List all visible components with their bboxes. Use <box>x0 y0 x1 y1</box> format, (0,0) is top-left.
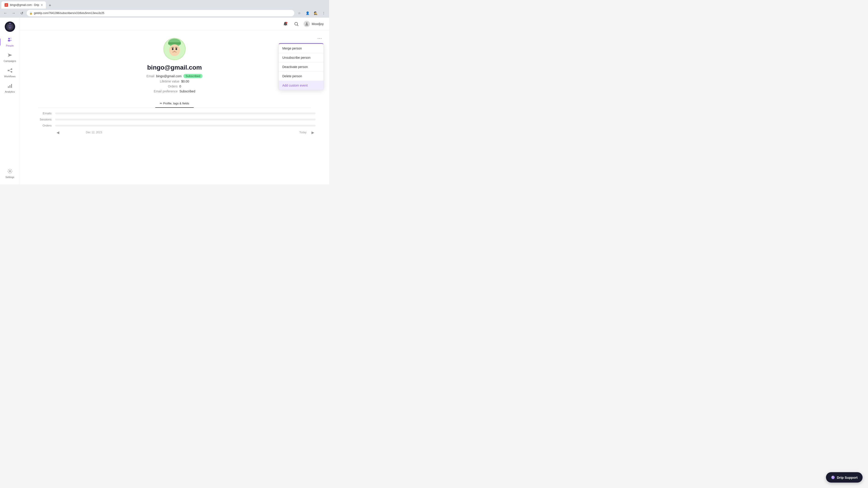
orders-label: Orders <box>33 124 52 127</box>
delete-person-item[interactable]: Delete person <box>279 72 323 80</box>
browser-chrome: d bingo@gmail.com - Drip × + ← → ↺ 🔒 get… <box>0 0 329 18</box>
orders-row: Orders 0 <box>168 85 181 88</box>
sidebar-item-settings[interactable]: Settings <box>1 166 19 181</box>
orders-bar-track <box>55 125 315 127</box>
campaigns-icon <box>7 53 13 59</box>
deactivate-person-item[interactable]: Deactivate person <box>279 62 323 71</box>
add-custom-event-item[interactable]: Add custom event <box>279 81 323 90</box>
preference-row: Email preference Subscribed <box>154 90 195 93</box>
notification-button[interactable] <box>282 20 289 28</box>
sidebar-workflows-label: Workflows <box>4 75 16 78</box>
app-container: People Campaigns Workflow <box>0 18 329 184</box>
orders-label: Orders <box>168 85 178 88</box>
header-bar: Moodjoy <box>20 18 329 31</box>
svg-rect-12 <box>11 71 12 72</box>
emails-bar-track <box>55 112 315 114</box>
username-label: Moodjoy <box>312 22 324 26</box>
emails-label: Emails <box>33 111 52 115</box>
preference-label: Email preference <box>154 90 178 93</box>
email-label: Email <box>147 74 154 78</box>
svg-point-26 <box>169 44 180 56</box>
status-badge: Subscribed <box>183 74 203 78</box>
back-button[interactable]: ← <box>2 10 8 16</box>
lifetime-value: $0.00 <box>181 79 189 83</box>
svg-rect-16 <box>9 85 10 88</box>
people-icon <box>7 37 13 43</box>
activity-labels: Emails Sessions Orders <box>33 111 315 127</box>
lifetime-value-row: Lifetime value $0.00 <box>160 79 189 83</box>
email-detail-row: Email bingo@gmail.com Subscribed <box>147 74 203 78</box>
forward-button[interactable]: → <box>10 10 17 16</box>
scroll-right-button[interactable]: ▶ <box>310 130 315 135</box>
tab-profile[interactable]: ✏ Profile, tags & fields <box>155 99 194 108</box>
drip-logo-svg <box>6 23 14 31</box>
profile-area: ⋯ Merge person Unsubscribe person Deacti… <box>20 31 329 98</box>
unsubscribe-person-item[interactable]: Unsubscribe person <box>279 53 323 62</box>
svg-point-18 <box>9 170 11 172</box>
svg-point-22 <box>306 22 308 24</box>
sidebar-settings-label: Settings <box>5 176 14 178</box>
header-actions: Moodjoy <box>282 20 324 28</box>
profile-tabs: ✏ Profile, tags & fields <box>38 99 311 108</box>
svg-point-29 <box>174 51 175 52</box>
logo-icon <box>5 22 15 32</box>
sidebar-logo <box>4 21 16 32</box>
address-bar[interactable]: 🔒 getdrip.com/7641396/subscribers/x31t6x… <box>27 10 294 16</box>
email-value: bingo@gmail.com <box>156 74 182 78</box>
orders-value: 0 <box>179 85 181 88</box>
activity-section: Emails Sessions Orders <box>20 108 329 184</box>
chart-dates: Dec 12, 2023 Today <box>82 129 310 136</box>
tab-close-button[interactable]: × <box>41 3 43 7</box>
refresh-button[interactable]: ↺ <box>19 10 25 16</box>
analytics-icon <box>7 83 13 90</box>
more-menu-button[interactable]: ⋯ <box>315 34 324 42</box>
user-avatar-icon <box>305 22 309 26</box>
browser-actions: ☆ 👤 🕵 ⋮ <box>296 10 327 16</box>
browser-tab-active[interactable]: d bingo@gmail.com - Drip × <box>1 1 46 8</box>
sessions-activity-row: Sessions <box>33 118 315 121</box>
avatar-container <box>163 38 186 60</box>
lifetime-label: Lifetime value <box>160 79 179 83</box>
scroll-left-button[interactable]: ◀ <box>55 130 61 135</box>
sessions-label: Sessions <box>33 118 52 121</box>
sidebar-item-people[interactable]: People <box>1 35 19 49</box>
svg-point-2 <box>10 26 11 26</box>
tab-favicon: d <box>4 3 8 7</box>
user-menu[interactable]: Moodjoy <box>304 21 324 27</box>
svg-rect-11 <box>11 68 12 70</box>
notification-icon <box>283 22 288 26</box>
svg-rect-25 <box>168 42 181 44</box>
svg-point-5 <box>10 38 11 39</box>
tab-profile-label: ✏ Profile, tags & fields <box>160 102 189 105</box>
url-text: getdrip.com/7641396/subscribers/x31t6xtu… <box>34 11 104 15</box>
svg-rect-10 <box>8 70 9 71</box>
person-email: bingo@gmail.com <box>147 64 202 71</box>
sidebar-item-workflows[interactable]: Workflows <box>1 66 19 80</box>
search-button[interactable] <box>293 20 300 28</box>
profile-button[interactable]: 👤 <box>304 10 311 16</box>
svg-point-28 <box>176 48 177 50</box>
svg-point-27 <box>172 48 174 50</box>
lock-icon: 🔒 <box>29 12 33 15</box>
svg-point-6 <box>8 40 10 41</box>
sidebar-item-campaigns[interactable]: Campaigns <box>1 50 19 65</box>
more-options-button[interactable]: ⋮ <box>320 10 327 16</box>
merge-person-item[interactable]: Merge person <box>279 44 323 53</box>
search-icon <box>294 22 299 26</box>
svg-point-3 <box>9 23 11 24</box>
svg-line-13 <box>9 69 11 70</box>
incognito-button[interactable]: 🕵 <box>312 10 319 16</box>
dropdown-menu: Merge person Unsubscribe person Deactiva… <box>278 43 324 90</box>
sidebar-item-analytics[interactable]: Analytics <box>1 81 19 95</box>
sidebar: People Campaigns Workflow <box>0 18 20 184</box>
new-tab-button[interactable]: + <box>47 2 53 8</box>
tab-title: bingo@gmail.com - Drip <box>10 3 39 6</box>
svg-point-1 <box>8 26 9 26</box>
chart-footer: ◀ Dec 12, 2023 Today ▶ <box>33 129 315 136</box>
person-details: Email bingo@gmail.com Subscribed Lifetim… <box>147 74 203 93</box>
svg-line-21 <box>297 25 298 26</box>
sessions-bar-track <box>55 119 315 121</box>
main-content: Moodjoy ⋯ Merge person Unsubscribe perso… <box>20 18 329 184</box>
svg-line-14 <box>9 70 11 72</box>
bookmark-button[interactable]: ☆ <box>296 10 303 16</box>
